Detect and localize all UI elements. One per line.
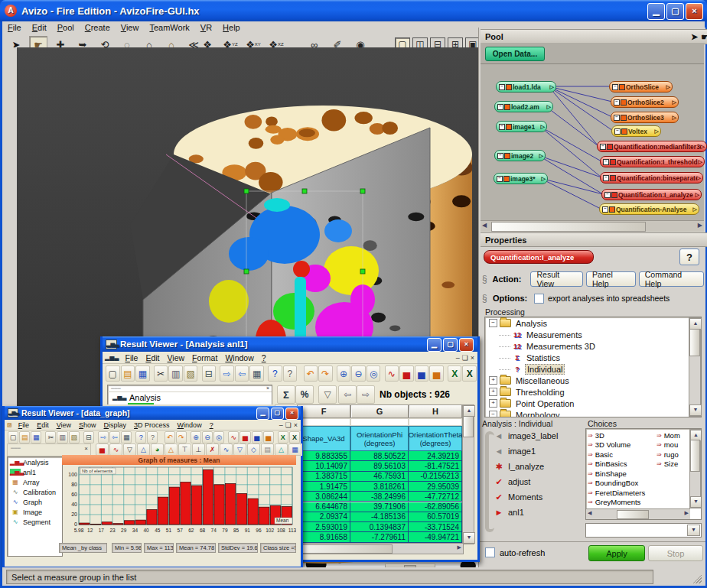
data-cell[interactable]: -7.279611 (350, 532, 409, 542)
tree-item-measurements[interactable]: 12Measurements (485, 329, 701, 340)
pool-node-quantification-binseparate[interactable]: −Quantification:binseparate▷ (600, 172, 703, 184)
tab-close-icon[interactable]: × (266, 385, 269, 391)
result-viewer-graph-window[interactable]: ▂▅▃ Result Viewer - [data_graph] ▁ ▢ × ▨… (2, 406, 303, 569)
rv2-menu-window[interactable]: Window (174, 421, 206, 429)
choice-item-mom[interactable]: ⇒Mom (656, 430, 690, 440)
data-cell[interactable]: -49.94721 (409, 532, 462, 542)
choice-item-boundingbox[interactable]: ⇒BoundingBox (588, 479, 652, 489)
gorange-icon[interactable]: △ (165, 443, 178, 456)
data-cell[interactable]: 0.1394837 (350, 522, 409, 532)
data-cell[interactable]: 2.593019 (297, 522, 350, 532)
sheet-vscrollbar[interactable]: ▲ ▼ (462, 404, 474, 544)
zin-icon[interactable]: ⊕ (191, 431, 201, 443)
pipeline-item-adjust[interactable]: ✔adjust (493, 474, 578, 489)
export-checkbox[interactable] (534, 294, 544, 304)
gfunnel-icon[interactable]: ▽ (123, 443, 136, 456)
scroll-right-icon[interactable]: ▶ (685, 510, 689, 516)
analysis-tab-panel[interactable]: ═══ × ▂▅▃ Analysis (107, 385, 272, 405)
rv1-menu-window[interactable]: Window (221, 353, 257, 362)
open-icon[interactable]: ▤ (121, 365, 135, 382)
expand-icon[interactable]: + (489, 388, 497, 396)
pool-node-orthoslice2[interactable]: −OrthoSlice2▷ (611, 96, 679, 108)
histogram-bar[interactable] (135, 520, 145, 525)
command-help-button[interactable]: Command Help (639, 271, 704, 287)
node-port-icon[interactable] (504, 153, 510, 159)
node-toggle-icon[interactable]: − (499, 124, 505, 130)
choice-item-feretdiameters[interactable]: ⇒FeretDiameters (588, 488, 652, 498)
print-icon[interactable]: ⊟ (83, 431, 94, 443)
node-menu-icon[interactable]: ▷ (655, 128, 659, 135)
node-toggle-icon[interactable]: − (602, 206, 608, 213)
tree-item-thresholding[interactable]: +Thresholding (485, 386, 701, 398)
data-cell[interactable]: 9.883355 (297, 451, 350, 461)
gblue1-icon[interactable]: △ (137, 443, 150, 456)
scroll-up-icon[interactable]: ▲ (689, 318, 702, 330)
rv1-titlebar[interactable]: ▂▅▃ Result Viewer - [Analysis anl1] ▁ ▢ … (103, 336, 477, 352)
sidebar-item-anl1[interactable]: ▂▅▃anl1 (8, 467, 62, 477)
node-toggle-icon[interactable]: − (614, 99, 620, 106)
g5-icon[interactable]: △ (275, 443, 288, 456)
rv2-menu-display[interactable]: Display (100, 421, 131, 429)
rv2-maximize-button[interactable]: ▢ (271, 408, 284, 420)
column-header-g[interactable]: G (350, 404, 409, 418)
sum-button[interactable]: Σ (277, 385, 295, 404)
node-port-icon[interactable] (621, 99, 627, 106)
stop-button[interactable]: Stop (648, 545, 703, 561)
rv2-minimize-button[interactable]: ▁ (256, 408, 269, 420)
xls2-icon[interactable]: X (289, 431, 300, 443)
node-menu-icon[interactable]: ▷ (673, 99, 676, 106)
menu-help[interactable]: Help (217, 22, 246, 33)
data-cell[interactable]: 1.91475 (297, 482, 350, 492)
rv2-menu-[interactable]: ? (206, 421, 217, 429)
node-toggle-icon[interactable]: − (603, 175, 609, 181)
pool-node-image2[interactable]: −image2▷ (494, 150, 546, 161)
node-port-icon[interactable] (610, 159, 616, 165)
data-cell[interactable]: -38.24996 (350, 492, 409, 502)
xls1-icon[interactable]: X (278, 431, 288, 443)
histogram-bar[interactable] (203, 469, 213, 525)
choice-item-basic[interactable]: ⇒Basic (588, 450, 652, 460)
node-port-icon[interactable] (621, 115, 627, 121)
choice-item-greymoments[interactable]: ⇒GreyMoments (588, 498, 652, 508)
node-menu-icon[interactable]: ▷ (699, 159, 702, 165)
fwd-icon[interactable]: ⇨ (220, 365, 234, 382)
chelp-icon[interactable]: ? (283, 365, 298, 382)
panel-help-button[interactable]: ? (679, 249, 699, 265)
node-menu-icon[interactable]: ▷ (541, 124, 545, 130)
histogram-bar[interactable] (248, 499, 258, 525)
menu-edit[interactable]: Edit (27, 22, 52, 33)
module-pill[interactable]: Quantification:I_analyze (484, 250, 594, 264)
apply-button[interactable]: Apply (588, 545, 645, 561)
tree-scroll-thumb[interactable] (689, 329, 700, 356)
choice-item-3d[interactable]: ⇒3D (588, 430, 652, 440)
expand-icon[interactable]: + (489, 399, 497, 408)
scroll-down-icon[interactable]: ▼ (689, 404, 702, 416)
g1-icon[interactable]: ∿ (220, 443, 233, 456)
pool-node-quantification-medianfilter3d[interactable]: −Quantification:medianfilter3d▷ (597, 141, 707, 152)
node-toggle-icon[interactable]: − (603, 159, 609, 165)
rv1-maximize-button[interactable]: ▢ (443, 338, 458, 352)
histogram-bar[interactable] (226, 484, 236, 525)
sidebar-item-calibration[interactable]: ∿Calibration (8, 487, 62, 497)
histogram-bar[interactable] (236, 494, 246, 525)
node-port-icon[interactable] (611, 192, 617, 198)
data-cell[interactable]: 3.086244 (297, 492, 350, 502)
rv2-menu-view[interactable]: View (53, 421, 75, 429)
sidebar-item-image[interactable]: ▣Image (8, 507, 62, 517)
filter-button[interactable]: ▽ (318, 385, 337, 404)
sidebar-item-graph[interactable]: ∿Graph (8, 497, 62, 507)
pool-node-voltex[interactable]: −Voltex▷ (611, 125, 661, 137)
node-port-icon[interactable] (503, 176, 510, 182)
scroll-up-icon[interactable]: ▲ (463, 405, 475, 417)
gbottom-icon[interactable]: ⊥ (192, 443, 205, 456)
fwd-icon[interactable]: ⇨ (98, 431, 109, 443)
data-cell[interactable]: -81.47521 (409, 461, 462, 471)
choice-item-size[interactable]: ⇒Size (656, 460, 690, 469)
rv1-menu-format[interactable]: Format (188, 353, 221, 362)
tree-vscrollbar[interactable]: ▲ ▼ (689, 317, 701, 417)
sheet-hscrollbar[interactable]: ▶ (275, 543, 464, 554)
data-cell[interactable]: -47.72712 (409, 492, 462, 502)
node-toggle-icon[interactable]: − (612, 84, 618, 90)
node-menu-icon[interactable]: ▷ (550, 84, 554, 90)
main-titlebar[interactable]: A Avizo - Fire Edition - AvizoFire-GUI.h… (0, 0, 707, 21)
